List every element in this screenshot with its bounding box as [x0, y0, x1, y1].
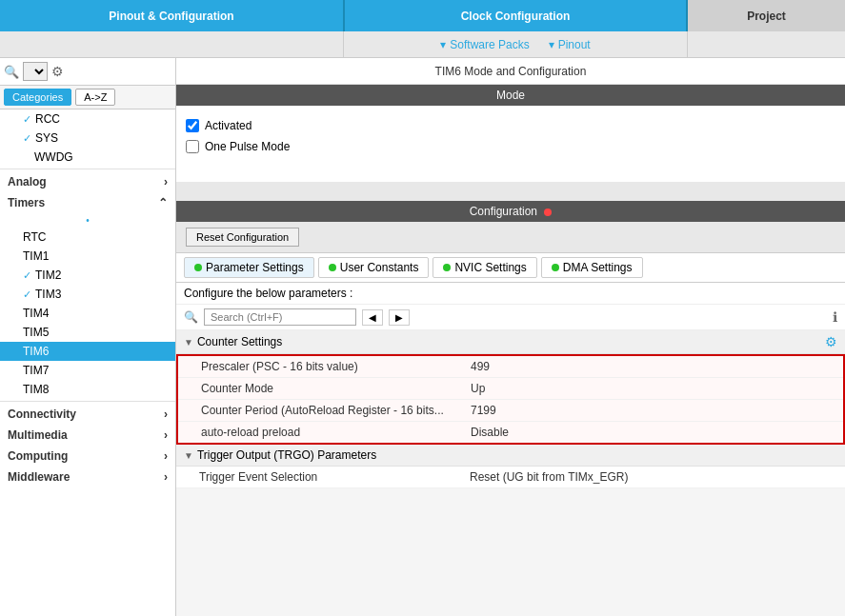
computing-arrow: › — [164, 449, 168, 463]
divider-2 — [0, 401, 175, 402]
wwdg-label: WWDG — [34, 150, 73, 164]
trigger-output-label: Trigger Output (TRGO) Parameters — [197, 448, 376, 462]
param-value-counter-period[interactable]: 7199 — [463, 400, 844, 422]
reset-config-button[interactable]: Reset Configuration — [186, 228, 299, 247]
rcc-check-icon: ✓ — [23, 113, 31, 126]
dma-dot — [552, 264, 559, 271]
table-row: auto-reload preload Disable — [177, 422, 844, 445]
sidebar: 🔍 ⚙ Categories A->Z ✓ RCC ✓ SYS WWDG — [0, 58, 176, 616]
params-table: Prescaler (PSC - 16 bits value) 499 Coun… — [176, 354, 845, 445]
sidebar-item-rcc[interactable]: ✓ RCC — [0, 109, 175, 129]
sub-header-mid: ▾ Software Packs ▾ Pinout — [343, 31, 688, 57]
pinout-item[interactable]: ▾ Pinout — [549, 38, 591, 51]
connectivity-label: Connectivity — [8, 407, 76, 421]
sidebar-item-tim5[interactable]: TIM5 — [0, 323, 175, 342]
param-value-autoreload[interactable]: Disable — [463, 422, 844, 445]
sidebar-item-tim3[interactable]: ✓ TIM3 — [0, 285, 175, 304]
nvic-dot — [443, 264, 451, 271]
sidebar-item-wwdg[interactable]: WWDG — [0, 148, 175, 167]
config-label: Configuration — [470, 205, 537, 218]
connectivity-arrow: › — [164, 407, 168, 421]
tim3-label: TIM3 — [35, 288, 61, 301]
rcc-label: RCC — [35, 112, 60, 126]
content-title: TIM6 Mode and Configuration — [176, 58, 845, 85]
table-row: Trigger Event Selection Reset (UG bit fr… — [176, 467, 845, 488]
mode-content: Activated One Pulse Mode — [176, 106, 845, 182]
one-pulse-row: One Pulse Mode — [186, 136, 835, 157]
search-params-input[interactable] — [204, 308, 356, 326]
tim2-label: TIM2 — [35, 268, 61, 282]
main: 🔍 ⚙ Categories A->Z ✓ RCC ✓ SYS WWDG — [0, 58, 845, 616]
tab-dma-settings[interactable]: DMA Settings — [541, 257, 643, 278]
header-pinout[interactable]: Pinout & Configuration — [0, 0, 343, 31]
sidebar-list: ✓ RCC ✓ SYS WWDG Analog › Timers ⌃ — [0, 109, 175, 616]
one-pulse-checkbox[interactable] — [186, 140, 199, 153]
sub-header: ▾ Software Packs ▾ Pinout — [0, 31, 845, 58]
header-pinout-label: Pinout & Configuration — [109, 10, 233, 23]
search-dropdown[interactable] — [23, 62, 48, 81]
sidebar-item-connectivity[interactable]: Connectivity › — [0, 404, 175, 425]
software-packs-item[interactable]: ▾ Software Packs — [440, 38, 529, 51]
software-packs-arrow: ▾ — [440, 38, 446, 51]
analog-label: Analog — [8, 175, 47, 189]
next-nav-button[interactable]: ▶ — [389, 309, 410, 326]
trigger-params-table: Trigger Event Selection Reset (UG bit fr… — [176, 467, 845, 488]
header: Pinout & Configuration Clock Configurati… — [0, 0, 845, 31]
header-project[interactable]: Project — [688, 0, 845, 31]
sidebar-item-computing[interactable]: Computing › — [0, 446, 175, 467]
activated-row: Activated — [186, 115, 835, 136]
tab-parameter-settings[interactable]: Parameter Settings — [184, 257, 314, 278]
analog-arrow: › — [164, 175, 168, 189]
sidebar-item-multimedia[interactable]: Multimedia › — [0, 425, 175, 446]
tab-nvic-settings[interactable]: NVIC Settings — [433, 257, 536, 278]
sidebar-item-rtc[interactable]: RTC — [0, 228, 175, 247]
divider-1 — [0, 169, 175, 169]
counter-toggle-icon: ▼ — [184, 337, 193, 348]
sidebar-item-sys[interactable]: ✓ SYS — [0, 129, 175, 148]
timers-up-indicator: • — [0, 213, 175, 228]
table-row: Counter Period (AutoReload Register - 16… — [177, 400, 844, 422]
tab-user-constants[interactable]: User Constants — [318, 257, 430, 278]
computing-label: Computing — [8, 449, 68, 463]
sidebar-tabs: Categories A->Z — [0, 86, 175, 109]
table-row: Prescaler (PSC - 16 bits value) 499 — [177, 355, 844, 378]
prev-nav-button[interactable]: ◀ — [362, 309, 383, 326]
sidebar-item-middleware[interactable]: Middleware › — [0, 467, 175, 487]
trigger-output-section[interactable]: ▼ Trigger Output (TRGO) Parameters — [176, 445, 845, 467]
dma-label: DMA Settings — [563, 261, 633, 274]
config-toolbar: Reset Configuration — [176, 222, 845, 253]
tab-az[interactable]: A->Z — [75, 89, 115, 106]
tim7-label: TIM7 — [23, 364, 49, 377]
search-params-row: 🔍 ◀ ▶ ℹ — [176, 305, 845, 330]
sidebar-item-tim6[interactable]: TIM6 — [0, 342, 175, 361]
sidebar-item-tim4[interactable]: TIM4 — [0, 304, 175, 323]
param-value-prescaler[interactable]: 499 — [463, 355, 844, 378]
tab-categories[interactable]: Categories — [4, 89, 71, 106]
tim1-label: TIM1 — [23, 249, 49, 263]
activated-label: Activated — [205, 119, 251, 132]
multimedia-label: Multimedia — [8, 428, 68, 442]
header-clock[interactable]: Clock Configuration — [343, 0, 688, 31]
activated-checkbox[interactable] — [186, 119, 199, 132]
sys-check-icon: ✓ — [23, 132, 31, 145]
sidebar-item-tim8[interactable]: TIM8 — [0, 380, 175, 399]
counter-settings-section[interactable]: ▼ Counter Settings ⚙ — [176, 330, 845, 354]
sidebar-item-tim1[interactable]: TIM1 — [0, 247, 175, 266]
param-value-counter-mode[interactable]: Up — [463, 378, 844, 400]
content: TIM6 Mode and Configuration Mode Activat… — [176, 58, 845, 616]
user-constants-dot — [329, 264, 336, 271]
middleware-label: Middleware — [8, 470, 70, 484]
header-project-label: Project — [747, 10, 786, 23]
sidebar-item-analog[interactable]: Analog › — [0, 171, 175, 192]
info-button[interactable]: ℹ — [833, 309, 837, 325]
tim6-label: TIM6 — [23, 345, 49, 358]
sub-header-left — [0, 31, 343, 57]
sidebar-item-timers[interactable]: Timers ⌃ — [0, 192, 175, 213]
trigger-toggle-icon: ▼ — [184, 450, 193, 461]
header-clock-label: Clock Configuration — [461, 10, 571, 23]
sidebar-item-tim2[interactable]: ✓ TIM2 — [0, 266, 175, 285]
counter-settings-gear-icon[interactable]: ⚙ — [825, 334, 837, 349]
gear-icon-button[interactable]: ⚙ — [51, 64, 64, 79]
sidebar-item-tim7[interactable]: TIM7 — [0, 361, 175, 380]
trigger-event-value[interactable]: Reset (UG bit from TIMx_EGR) — [462, 467, 845, 488]
